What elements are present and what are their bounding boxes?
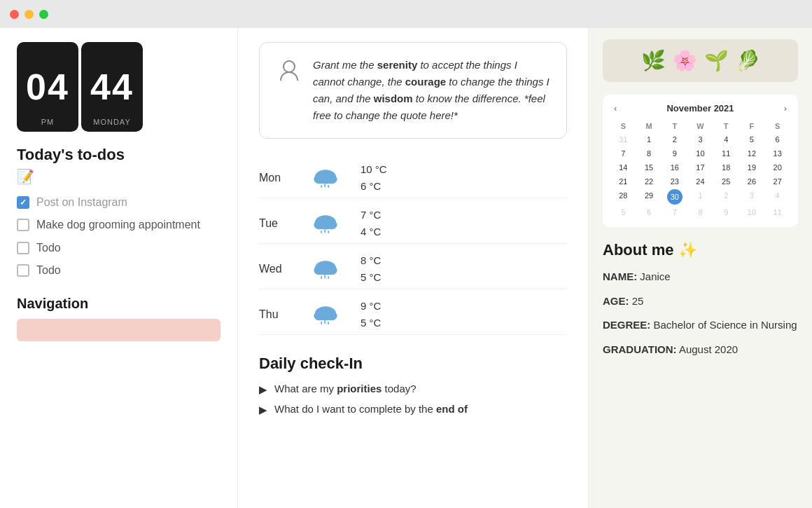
calendar-month: November 2021: [666, 103, 734, 114]
weather-temps-mon: 10 °C 6 °C: [360, 161, 387, 195]
cal-day[interactable]: 13: [765, 147, 790, 160]
cal-day[interactable]: 14: [611, 161, 636, 174]
todo-text-3: Todo: [36, 240, 61, 256]
svg-point-3: [326, 174, 337, 184]
todo-item: Make dog grooming appointment: [17, 217, 220, 233]
weather-temps-tue: 7 °C 4 °C: [360, 207, 381, 240]
cal-day[interactable]: 15: [637, 161, 662, 174]
cal-day[interactable]: 12: [740, 147, 764, 160]
todo-item: Todo: [17, 240, 220, 256]
todo-item: Post on Instagram: [17, 195, 220, 210]
cal-day[interactable]: 29: [637, 189, 662, 205]
clock-minutes: 44: [90, 69, 134, 105]
weather-icon-thu: [304, 301, 346, 329]
cal-day[interactable]: 10: [688, 147, 713, 160]
svg-rect-10: [324, 229, 326, 233]
clock-hours-block: 04 PM: [17, 42, 78, 132]
cal-day[interactable]: 19: [740, 161, 764, 174]
cal-day[interactable]: 26: [740, 175, 764, 188]
weather-row-thu: Thu 9 °C 5 °C: [259, 295, 567, 335]
about-age-label: AGE:: [603, 295, 629, 307]
right-panel: 🌿 🌸 🌱 🥬 ‹ November 2021 › S M T W T F S: [588, 28, 812, 508]
cal-day[interactable]: 6: [637, 206, 662, 219]
cal-day[interactable]: 9: [714, 206, 738, 219]
checkin-arrow-icon: ▶: [259, 383, 267, 396]
weather-list: Mon 10 °C 6 °C: [259, 158, 567, 335]
cal-day[interactable]: 23: [662, 175, 687, 188]
cal-day[interactable]: 16: [662, 161, 687, 174]
about-name-field: NAME: Janice: [603, 269, 798, 285]
about-age-value: 25: [632, 295, 644, 307]
cal-day[interactable]: 17: [688, 161, 713, 174]
calendar-next-button[interactable]: ›: [781, 103, 790, 114]
cal-day[interactable]: 10: [740, 206, 764, 219]
about-graduation-label: GRADUATION:: [603, 343, 677, 355]
minimize-button[interactable]: [24, 10, 34, 19]
left-panel: 04 PM 44 MONDAY Today's to-dos 📝 Post on…: [0, 28, 238, 508]
cal-day[interactable]: 24: [688, 175, 713, 188]
cal-day[interactable]: 7: [611, 147, 636, 160]
weather-row-wed: Wed 8 °C 5 °C: [259, 249, 567, 289]
cal-day[interactable]: 3: [688, 133, 713, 146]
weather-day-thu: Thu: [259, 308, 290, 321]
weather-row-tue: Tue 7 °C 4 °C: [259, 204, 567, 244]
cal-day[interactable]: 4: [765, 189, 790, 205]
cal-day[interactable]: 7: [662, 206, 687, 219]
cal-day[interactable]: 5: [611, 206, 636, 219]
todos-title: Today's to-dos: [17, 146, 220, 164]
cal-day[interactable]: 20: [765, 161, 790, 174]
calendar-prev-button[interactable]: ‹: [611, 103, 620, 114]
cal-day[interactable]: 11: [765, 206, 790, 219]
cal-day[interactable]: 6: [765, 133, 790, 146]
svg-point-8: [314, 220, 326, 229]
about-age-field: AGE: 25: [603, 294, 798, 310]
cal-header-w: W: [688, 121, 713, 132]
cal-day[interactable]: 3: [740, 189, 764, 205]
todo-text-1: Post on Instagram: [36, 195, 127, 210]
cal-header-t2: T: [714, 121, 738, 132]
svg-rect-22: [324, 320, 326, 324]
svg-rect-12: [328, 231, 329, 233]
cal-day[interactable]: 8: [637, 147, 662, 160]
cal-day[interactable]: 22: [637, 175, 662, 188]
svg-rect-6: [328, 185, 329, 188]
todo-checkbox-3[interactable]: [17, 242, 29, 254]
cal-header-s2: S: [765, 121, 790, 132]
cal-day[interactable]: 1: [688, 189, 713, 205]
cal-day[interactable]: 21: [611, 175, 636, 188]
todo-checkbox-2[interactable]: [17, 219, 29, 231]
about-me-title: About me ✨: [603, 241, 798, 259]
quote-box: Grant me the serenity to accept the thin…: [259, 42, 567, 139]
todo-checkbox-1[interactable]: [17, 196, 29, 209]
nav-link-placeholder[interactable]: [17, 319, 220, 341]
cal-day[interactable]: 4: [714, 133, 738, 146]
cal-day[interactable]: 31: [611, 133, 636, 146]
cal-day[interactable]: 1: [637, 133, 662, 146]
calendar-header: ‹ November 2021 ›: [611, 103, 790, 114]
svg-rect-18: [328, 276, 329, 279]
cal-day[interactable]: 8: [688, 206, 713, 219]
maximize-button[interactable]: [39, 10, 48, 19]
cal-day[interactable]: 28: [611, 189, 636, 205]
cal-day[interactable]: 5: [740, 133, 764, 146]
cal-day[interactable]: 18: [714, 161, 738, 174]
weather-row-mon: Mon 10 °C 6 °C: [259, 158, 567, 198]
plant-banner: 🌿 🌸 🌱 🥬: [603, 39, 798, 82]
todo-list: Post on Instagram Make dog grooming appo…: [17, 195, 220, 279]
cal-day[interactable]: 11: [714, 147, 738, 160]
cal-day[interactable]: 9: [662, 147, 687, 160]
cal-day-today[interactable]: 30: [667, 189, 682, 205]
cal-day[interactable]: 2: [662, 133, 687, 146]
cal-day[interactable]: 27: [765, 175, 790, 188]
weather-icon-tue: [304, 210, 346, 238]
svg-point-21: [326, 311, 337, 320]
about-degree-field: DEGREE: Bachelor of Science in Nursing: [603, 317, 798, 334]
todo-text-4: Todo: [36, 263, 61, 278]
todo-checkbox-4[interactable]: [17, 264, 29, 277]
weather-icon-mon: [304, 164, 346, 192]
cal-day[interactable]: 2: [714, 189, 738, 205]
cal-day[interactable]: 25: [714, 175, 738, 188]
todo-text-2: Make dog grooming appointment: [36, 217, 200, 233]
clock-display: 04 PM 44 MONDAY: [17, 42, 220, 132]
close-button[interactable]: [10, 10, 19, 19]
